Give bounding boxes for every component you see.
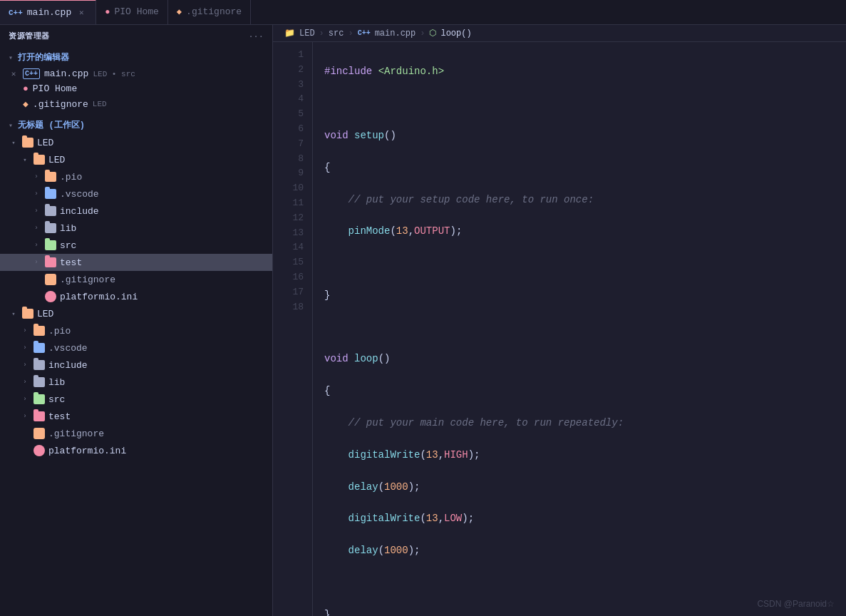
folder-pio-1[interactable]: .pio [0, 168, 272, 185]
code-line-11: { [324, 383, 835, 399]
code-line-6: pinMode(13,OUTPUT); [324, 223, 835, 239]
file-label: platformio.ini [60, 292, 138, 302]
file-platformio-1[interactable]: platformio.ini [0, 288, 272, 305]
watermark: CSDN @Paranoid☆ [757, 599, 835, 609]
workspace-section: ▾ 无标题 (工作区) LED LED .pio [0, 115, 272, 459]
code-content[interactable]: #include <Arduino.h> void setup() { // p… [313, 42, 846, 616]
chevron-icon [20, 155, 30, 165]
folder-test-2[interactable]: test [0, 408, 272, 425]
file-gitignore-1[interactable]: .gitignore [0, 271, 272, 288]
chevron-icon [20, 377, 30, 387]
open-editors-section: ▾ 打开的编辑器 ✕ C++ main.cpp LED • src ✕ ● PI… [0, 47, 272, 112]
folder-icon [44, 256, 57, 269]
file-name: PIO Home [33, 83, 77, 94]
folder-icon [44, 188, 57, 200]
pio-icon: ● [105, 7, 110, 17]
breadcrumb-led[interactable]: LED [299, 29, 315, 38]
sidebar: 资源管理器 ··· ▾ 打开的编辑器 ✕ C++ main.cpp LED • … [0, 25, 273, 616]
folder-icon [44, 222, 57, 235]
git-icon: ◆ [23, 98, 29, 110]
folder-label: lib [48, 377, 65, 388]
folder-lib-2[interactable]: lib [0, 374, 272, 391]
folder-vscode-1[interactable]: .vscode [0, 185, 272, 202]
folder-icon [33, 324, 46, 337]
folder-label: .pio [60, 172, 82, 183]
folder-led-1[interactable]: LED [0, 134, 272, 151]
pio-file-icon [44, 290, 57, 303]
folder-test-1[interactable]: test [0, 254, 272, 271]
tab-close-button[interactable]: ✕ [76, 7, 87, 19]
main-layout: 资源管理器 ··· ▾ 打开的编辑器 ✕ C++ main.cpp LED • … [0, 25, 846, 616]
folder-icon [33, 342, 46, 354]
breadcrumb-sep: › [420, 29, 425, 38]
folder-src-2[interactable]: src [0, 391, 272, 408]
code-editor[interactable]: 1 2 3 4 5 6 7 8 9 10 11 12 13 14 15 16 1… [273, 42, 846, 616]
chevron-icon [20, 343, 30, 353]
file-path: LED • src [93, 70, 135, 78]
folder-icon [44, 205, 57, 217]
folder-icon [33, 393, 46, 406]
git-file-icon [44, 273, 57, 286]
sidebar-header: 资源管理器 ··· [0, 25, 272, 47]
file-name: main.cpp [44, 68, 88, 79]
chevron-icon [31, 189, 41, 199]
breadcrumb-sep: › [348, 29, 353, 38]
tab-label: .gitignore [186, 6, 242, 17]
code-line-5: // put your setup code here, to run once… [324, 192, 835, 207]
folder-src-1[interactable]: src [0, 237, 272, 254]
file-label: .gitignore [48, 428, 104, 439]
code-line-10: void loop() [324, 351, 835, 366]
breadcrumb-cpp-icon: C++ [358, 29, 371, 37]
folder-label: test [48, 411, 71, 422]
folder-pio-2[interactable]: .pio [0, 322, 272, 339]
folder-label: include [60, 206, 99, 217]
folder-label: LED [37, 138, 53, 148]
tab-main-cpp[interactable]: C++ main.cpp ✕ [0, 0, 96, 24]
open-editor-pio-home[interactable]: ✕ ● PIO Home [0, 81, 272, 96]
folder-label: .vscode [48, 343, 88, 354]
tab-label: main.cpp [27, 7, 71, 18]
tab-label: PIO Home [114, 6, 158, 17]
code-line-3: void setup() [324, 128, 835, 143]
chevron-icon [9, 138, 19, 148]
sidebar-title: 资源管理器 [9, 31, 50, 41]
file-platformio-2[interactable]: platformio.ini [0, 442, 272, 459]
chevron-icon [31, 206, 41, 216]
code-line-7 [324, 255, 835, 271]
open-editor-gitignore[interactable]: ✕ ◆ .gitignore LED [0, 96, 272, 112]
breadcrumb-sep: › [319, 29, 324, 38]
folder-led-3[interactable]: LED [0, 305, 272, 322]
breadcrumb-file[interactable]: main.cpp [375, 29, 416, 38]
code-line-4: { [324, 160, 835, 175]
file-gitignore-2[interactable]: .gitignore [0, 425, 272, 442]
git-icon: ◆ [177, 6, 182, 17]
breadcrumb-func[interactable]: loop() [440, 29, 471, 38]
folder-lib-1[interactable]: lib [0, 220, 272, 237]
git-file-icon [33, 427, 46, 440]
folder-icon [33, 376, 46, 389]
folder-icon [44, 170, 57, 183]
folder-include-1[interactable]: include [0, 202, 272, 220]
breadcrumb-src[interactable]: src [329, 29, 344, 38]
workspace-label: ▾ 无标题 (工作区) [0, 115, 272, 134]
sidebar-more-button[interactable]: ··· [249, 32, 264, 41]
chevron-icon [31, 240, 41, 250]
pio-icon: ● [23, 83, 29, 94]
chevron-icon [31, 257, 41, 267]
folder-icon [33, 359, 46, 371]
code-line-14: delay(1000); [324, 479, 835, 495]
cpp-icon: C++ [9, 9, 23, 17]
folder-vscode-2[interactable]: .vscode [0, 339, 272, 356]
tab-gitignore[interactable]: ◆ .gitignore [168, 0, 251, 24]
folder-led-2[interactable]: LED [0, 151, 272, 168]
folder-icon [33, 153, 46, 166]
chevron-icon [20, 394, 30, 404]
open-editor-main-cpp[interactable]: ✕ C++ main.cpp LED • src [0, 66, 272, 81]
tab-pio-home[interactable]: ● PIO Home [96, 0, 168, 24]
breadcrumb: 📁 LED › src › C++ main.cpp › ⬡ loop() [273, 25, 846, 42]
close-icon[interactable]: ✕ [9, 69, 19, 78]
folder-icon [44, 239, 57, 252]
folder-include-2[interactable]: include [0, 356, 272, 374]
file-label: .gitignore [60, 274, 115, 285]
editor-area: 📁 LED › src › C++ main.cpp › ⬡ loop() 1 … [273, 25, 846, 616]
